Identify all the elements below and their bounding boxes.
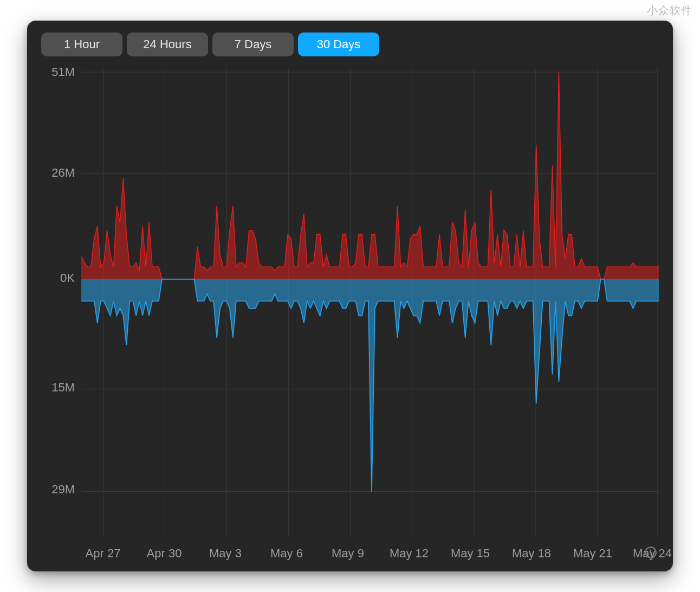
x-tick-may15: May 15 [451, 546, 490, 561]
x-tick-may21: May 21 [573, 546, 612, 561]
y-tick-26m: 26M [41, 166, 75, 180]
clock-icon [644, 545, 658, 559]
watermark-text: 小众软件 [647, 3, 692, 18]
y-tick-15m: 15M [41, 381, 75, 395]
tab-1-hour[interactable]: 1 Hour [41, 33, 122, 56]
traffic-chart: 51M 26M 0K 15M 29M Apr 27 Apr 30 May 3 M… [41, 64, 659, 561]
plot-area[interactable] [81, 68, 659, 537]
chart-panel: 1 Hour 24 Hours 7 Days 30 Days 51M 26M 0… [27, 21, 673, 571]
x-tick-may9: May 9 [332, 546, 364, 561]
x-tick-may3: May 3 [209, 546, 242, 561]
tab-7-days[interactable]: 7 Days [212, 33, 294, 56]
x-tick-apr30: Apr 30 [147, 546, 182, 561]
tab-24-hours[interactable]: 24 Hours [127, 33, 208, 56]
x-tick-may12: May 12 [390, 546, 429, 561]
x-tick-may18: May 18 [512, 546, 551, 561]
y-tick-51m: 51M [41, 65, 75, 79]
tab-30-days[interactable]: 30 Days [298, 33, 379, 56]
x-tick-may6: May 6 [270, 546, 303, 561]
time-range-tabs: 1 Hour 24 Hours 7 Days 30 Days [41, 33, 659, 56]
y-tick-0k: 0K [41, 271, 75, 285]
x-tick-apr27: Apr 27 [86, 546, 121, 561]
y-tick-29m: 29M [41, 482, 75, 497]
